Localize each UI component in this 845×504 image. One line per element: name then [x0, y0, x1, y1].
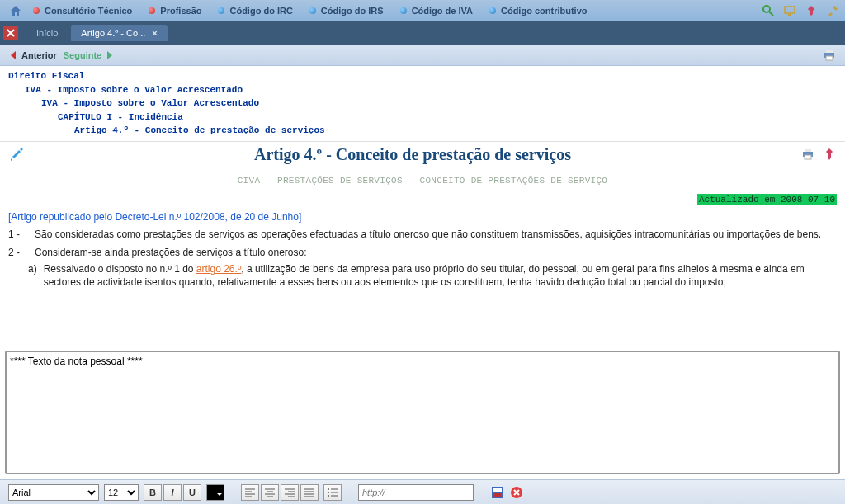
republished-note: [Artigo republicado pelo Decreto-Lei n.º…: [8, 211, 837, 223]
print-icon[interactable]: [822, 48, 837, 63]
font-select[interactable]: Arial: [8, 484, 99, 501]
para-number: 1 -: [8, 228, 28, 241]
tab-label: Artigo 4.º - Co...: [81, 28, 145, 38]
align-left-button[interactable]: [241, 484, 259, 501]
pin-icon[interactable]: [804, 3, 819, 18]
breadcrumb-l3[interactable]: IVA - Imposto sobre o Valor Acrescentado: [8, 97, 837, 111]
subpara-letter: a): [28, 262, 37, 289]
menu-codigo-iva[interactable]: Código de IVA: [394, 4, 479, 17]
para-number: 2 -: [8, 246, 28, 259]
main-toolbar: Consultório Técnico Profissão Código do …: [0, 0, 845, 21]
menu-codigo-irc[interactable]: Código do IRC: [211, 4, 299, 17]
dot-icon: [33, 7, 40, 14]
svg-rect-6: [826, 56, 833, 60]
menu-label: Código do IRC: [229, 6, 292, 16]
tools-icon[interactable]: [825, 3, 840, 18]
dot-icon: [400, 7, 407, 14]
menu-label: Código de IVA: [412, 6, 473, 16]
list-button[interactable]: [323, 484, 342, 501]
link-artigo-26[interactable]: artigo 26.º: [196, 263, 241, 275]
print-article-icon[interactable]: [800, 147, 815, 162]
italic-button[interactable]: I: [163, 484, 182, 501]
svg-rect-2: [785, 7, 795, 13]
tabs-bar: Início Artigo 4.º - Co... ×: [0, 21, 845, 45]
content-area: Direito Fiscal IVA - Imposto sobre o Val…: [0, 66, 845, 479]
note-textarea[interactable]: [10, 356, 835, 469]
svg-rect-3: [788, 14, 791, 16]
close-tab-icon[interactable]: ×: [152, 28, 157, 38]
size-select[interactable]: 12: [104, 484, 139, 501]
prev-button[interactable]: Anterior: [8, 50, 57, 60]
svg-rect-9: [805, 155, 811, 159]
menu-profissao[interactable]: Profissão: [142, 4, 208, 17]
pin-article-icon[interactable]: [822, 147, 837, 162]
align-justify-button[interactable]: [300, 484, 319, 501]
breadcrumb-l1[interactable]: Direito Fiscal: [8, 69, 837, 83]
menu-label: Profissão: [160, 6, 201, 16]
article-subtitle: CIVA - PRESTAÇÕES DE SERVIÇOS - CONCEITO…: [8, 176, 837, 186]
para-text: Consideram-se ainda prestações de serviç…: [35, 246, 307, 259]
breadcrumb-l4[interactable]: CAPÍTULO I - Incidência: [8, 111, 837, 125]
updated-badge: Actualizado em 2008-07-10: [8, 194, 837, 205]
svg-line-1: [769, 12, 773, 16]
url-input[interactable]: [358, 484, 474, 501]
underline-button[interactable]: U: [183, 484, 201, 501]
menu-label: Consultório Técnico: [45, 6, 132, 16]
menu-label: Código do IRS: [321, 6, 384, 16]
menu-consultorio[interactable]: Consultório Técnico: [26, 4, 139, 17]
paragraph-2: 2 - Consideram-se ainda prestações de se…: [8, 246, 837, 259]
next-button[interactable]: Seguinte: [64, 50, 115, 60]
svg-rect-8: [805, 149, 811, 152]
search-icon[interactable]: [761, 3, 776, 18]
next-label: Seguinte: [64, 50, 101, 60]
home-icon[interactable]: [8, 3, 23, 18]
tab-inicio[interactable]: Início: [26, 25, 68, 41]
svg-point-31: [328, 495, 329, 497]
svg-point-27: [328, 488, 329, 490]
svg-rect-35: [494, 493, 501, 497]
personal-note-area: [5, 351, 840, 474]
breadcrumb-l5[interactable]: Artigo 4.º - Conceito de prestação de se…: [8, 124, 837, 138]
svg-point-10: [811, 153, 813, 154]
tab-label: Início: [36, 28, 58, 38]
paragraph-1: 1 - São consideradas como prestações de …: [8, 228, 837, 241]
article-header: Artigo 4.º - Conceito de prestação de se…: [8, 145, 837, 164]
dot-icon: [149, 7, 155, 14]
tab-artigo[interactable]: Artigo 4.º - Co... ×: [71, 25, 167, 41]
article-scroll[interactable]: Artigo 4.º - Conceito de prestação de se…: [0, 142, 845, 346]
menu-codigo-contributivo[interactable]: Código contributivo: [483, 4, 593, 17]
subparagraph-a: a) Ressalvado o disposto no n.º 1 do art…: [8, 262, 837, 289]
align-right-button[interactable]: [281, 484, 299, 501]
article-pane: Artigo 4.º - Conceito de prestação de se…: [0, 141, 845, 346]
align-center-button[interactable]: [261, 484, 279, 501]
subpara-text: Ressalvado o disposto no n.º 1 do artigo…: [44, 262, 837, 289]
dot-icon: [218, 7, 224, 14]
bold-button[interactable]: B: [144, 484, 162, 501]
nav-bar: Anterior Seguinte: [0, 45, 845, 66]
close-all-button[interactable]: [3, 26, 18, 40]
color-picker[interactable]: [206, 484, 224, 501]
save-icon[interactable]: [490, 485, 505, 500]
prev-label: Anterior: [21, 50, 57, 60]
svg-rect-5: [826, 50, 833, 53]
editor-toolbar: Arial 12 B I U: [0, 479, 845, 504]
menu-codigo-irs[interactable]: Código do IRS: [303, 4, 390, 17]
svg-point-0: [763, 6, 770, 12]
dot-icon: [309, 7, 316, 14]
dot-icon: [489, 7, 496, 14]
edit-icon[interactable]: [8, 146, 25, 163]
menu-label: Código contributivo: [501, 6, 587, 16]
para-text: São consideradas como prestações de serv…: [35, 228, 821, 241]
article-title: Artigo 4.º - Conceito de prestação de se…: [30, 145, 795, 164]
breadcrumb-l2[interactable]: IVA - Imposto sobre o Valor Acrescentado: [8, 83, 837, 97]
svg-point-29: [328, 492, 329, 493]
cancel-icon[interactable]: [510, 486, 523, 499]
breadcrumb: Direito Fiscal IVA - Imposto sobre o Val…: [0, 66, 845, 141]
monitor-icon[interactable]: [782, 3, 797, 18]
svg-rect-34: [493, 488, 502, 492]
